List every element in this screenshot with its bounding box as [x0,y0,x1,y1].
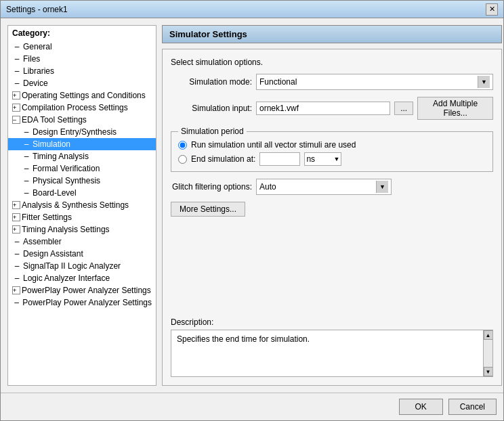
sidebar-item-timing-analysis[interactable]: – Timing Analysis [8,150,156,162]
dash-icon: – [22,139,31,149]
radio-end-row: End simulation at: ns ▼ [178,152,486,166]
sidebar-item-signaltap[interactable]: – SignalTap II Logic Analyzer [8,260,156,272]
sidebar-item-powerplay[interactable]: – PowerPlay Power Analyzer Settings [8,296,156,309]
panel-title: Simulator Settings [162,25,502,43]
radio-run-row: Run simulation until all vector stimuli … [178,140,486,150]
radio-end[interactable] [178,155,187,164]
dash-icon: – [22,188,31,198]
sidebar-item-physical-synthesis[interactable]: – Physical Synthesis [8,175,156,187]
category-header: Category: [8,26,156,41]
radio-run-label[interactable]: Run simulation until all vector stimuli … [191,140,356,150]
simulation-mode-value: Functional [259,77,478,87]
expand-icon[interactable]: + [12,225,20,234]
dash-icon: – [12,249,22,259]
description-text: Specifies the end time for simulation. [177,334,310,344]
footer: OK Cancel [1,393,503,420]
settings-window: Settings - ornek1 ✕ Category: – General … [0,0,504,421]
simulation-mode-label: Simulation mode: [171,77,252,87]
expand-icon[interactable]: + [12,286,20,294]
radio-end-label[interactable]: End simulation at: [191,154,255,164]
more-settings-button[interactable]: More Settings... [171,202,245,217]
glitch-filtering-row: Glitch filtering options: Auto ▼ [171,179,493,195]
sidebar-item-timing-analysis-settings[interactable]: + Timing Analysis Settings [8,223,156,236]
dash-icon: – [12,66,22,76]
cancel-button[interactable]: Cancel [448,399,497,415]
ns-dropdown-arrow: ▼ [333,156,339,162]
sidebar-item-analysis[interactable]: + Analysis & Synthesis Settings [8,199,156,211]
description-box: Specifies the end time for simulation. ▲… [171,330,493,377]
scroll-down-button[interactable]: ▼ [484,367,493,376]
window-title: Settings - ornek1 [6,5,68,14]
sidebar-item-device[interactable]: – Device [8,77,156,89]
add-multiple-files-button[interactable]: Add Multiple Files... [417,97,493,120]
category-tree: Category: – General – Files – Libraries … [7,25,156,386]
expand-icon[interactable]: + [12,201,20,209]
sidebar-item-compilation[interactable]: + Compilation Process Settings [8,102,156,114]
simulation-mode-dropdown[interactable]: Functional ▼ [256,74,493,90]
dash-icon: – [22,164,31,173]
glitch-value: Auto [259,182,276,192]
ns-unit-value: ns [306,154,315,164]
scroll-up-button[interactable]: ▲ [484,330,493,340]
dash-icon: – [12,298,21,307]
sidebar-item-simulator-settings[interactable]: + PowerPlay Power Analyzer Settings [8,284,156,296]
sidebar-item-assembler[interactable]: – Assembler [8,236,156,248]
simulation-input-row: Simulation input: ... Add Multiple Files… [171,97,493,120]
sidebar-item-operating[interactable]: + Operating Settings and Conditions [8,89,156,102]
sidebar-item-simulation[interactable]: – Simulation [8,138,156,150]
dash-icon: – [22,127,31,137]
expand-icon[interactable]: – [12,116,20,124]
simulation-period-group: Simulation period Run simulation until a… [171,127,493,172]
simulation-input-label: Simulation input: [171,104,252,113]
simulation-mode-row: Simulation mode: Functional ▼ [171,74,493,90]
dash-icon: – [12,237,22,246]
expand-icon[interactable]: + [12,213,20,221]
titlebar: Settings - ornek1 ✕ [1,1,503,18]
main-content: Category: – General – Files – Libraries … [1,18,503,393]
sidebar-item-design-assistant[interactable]: – Design Assistant [8,248,156,260]
description-label: Description: [171,317,493,327]
sidebar-item-general[interactable]: – General [8,41,156,53]
description-scrollbar: ▲ ▼ [483,330,492,376]
description-section: Description: Specifies the end time for … [171,317,493,377]
sidebar-item-logic-analyzer[interactable]: – Logic Analyzer Interface [8,272,156,284]
close-button[interactable]: ✕ [486,3,498,16]
radio-run[interactable] [178,141,187,150]
sidebar-item-fitter[interactable]: + Fitter Settings [8,211,156,223]
glitch-filtering-dropdown[interactable]: Auto ▼ [256,179,392,195]
expand-icon[interactable]: + [12,104,20,112]
dash-icon: – [22,152,31,161]
glitch-filtering-label: Glitch filtering options: [171,182,252,192]
panel-content: Select simulation options. Simulation mo… [162,49,502,386]
right-panel: Simulator Settings Select simulation opt… [162,25,502,386]
dash-icon: – [12,261,22,271]
glitch-dropdown-arrow-icon[interactable]: ▼ [376,181,388,193]
select-simulation-label: Select simulation options. [171,58,493,67]
ok-button[interactable]: OK [399,399,443,415]
dash-icon: – [22,176,31,185]
dropdown-arrow-icon[interactable]: ▼ [478,76,490,88]
dash-icon: – [12,42,22,51]
sidebar-item-board-level[interactable]: – Board-Level [8,187,156,199]
ns-unit-dropdown[interactable]: ns ▼ [304,152,341,166]
sidebar-item-formal-verification[interactable]: – Formal Verification [8,162,156,175]
browse-button[interactable]: ... [394,102,413,115]
sidebar-item-libraries[interactable]: – Libraries [8,65,156,77]
dash-icon: – [12,54,22,64]
sidebar-item-eda[interactable]: – EDA Tool Settings [8,114,156,126]
dash-icon: – [12,273,22,283]
dash-icon: – [12,79,22,88]
simulation-input-field[interactable] [256,102,390,115]
sidebar-item-design-entry[interactable]: – Design Entry/Synthesis [8,126,156,138]
end-time-input[interactable] [259,152,300,166]
simulation-period-legend: Simulation period [178,127,247,136]
expand-icon[interactable]: + [12,91,20,99]
sidebar-item-files[interactable]: – Files [8,53,156,65]
more-settings-row: More Settings... [171,202,493,217]
